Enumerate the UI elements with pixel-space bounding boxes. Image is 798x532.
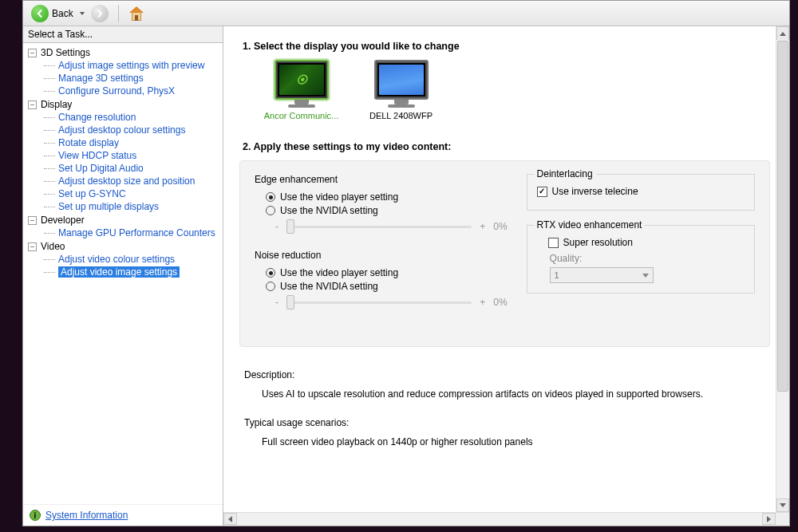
- home-icon: [128, 6, 144, 21]
- quality-label: Quality:: [550, 253, 745, 264]
- radio-icon: [266, 282, 275, 291]
- info-icon: i: [30, 510, 41, 521]
- display-option[interactable]: DELL 2408WFP: [363, 60, 439, 120]
- back-label: Back: [52, 8, 73, 19]
- radio-use-nvidia[interactable]: Use the NVIDIA setting: [266, 281, 508, 292]
- quality-value: 1: [555, 270, 559, 280]
- edge-slider: - + 0%: [275, 221, 508, 232]
- slider-thumb[interactable]: [286, 219, 294, 234]
- forward-button[interactable]: [88, 3, 112, 24]
- chevron-up-icon: [780, 32, 786, 36]
- system-information-link[interactable]: System Information: [45, 510, 128, 521]
- tree-item-selected[interactable]: Adjust video image settings: [42, 266, 221, 278]
- usage-text: Full screen video playback on 1440p or h…: [262, 436, 770, 447]
- task-sidebar: Select a Task... − 3D Settings Adjust im…: [23, 26, 223, 526]
- tree-item[interactable]: Manage 3D settings: [42, 72, 221, 85]
- task-tree[interactable]: − 3D Settings Adjust image settings with…: [23, 43, 223, 504]
- radio-use-player[interactable]: Use the video player setting: [266, 191, 508, 203]
- tree-category[interactable]: − Display: [26, 98, 221, 111]
- display-option[interactable]: ⦿ Ancor Communic...: [263, 60, 339, 120]
- scroll-thumb[interactable]: [777, 41, 788, 392]
- collapse-icon[interactable]: −: [28, 242, 37, 251]
- radio-use-nvidia[interactable]: Use the NVIDIA setting: [266, 205, 508, 216]
- tree-item[interactable]: Adjust desktop colour settings: [42, 124, 221, 136]
- home-button[interactable]: [125, 5, 148, 22]
- radio-icon: [266, 206, 275, 215]
- quality-select[interactable]: 1: [550, 267, 654, 283]
- minus-icon: -: [275, 297, 279, 308]
- sidebar-footer: i System Information: [23, 504, 223, 526]
- settings-panel: Edge enhancement Use the video player se…: [239, 160, 770, 347]
- plus-icon: +: [480, 221, 485, 232]
- checkbox-inverse-telecine[interactable]: Use inverse telecine: [537, 186, 745, 197]
- radio-icon: [266, 268, 275, 278]
- slider-value: 0%: [493, 221, 507, 232]
- tree-item[interactable]: Adjust desktop size and position: [42, 175, 221, 187]
- step2-title: 2. Apply these settings to my video cont…: [243, 141, 770, 152]
- minus-icon: -: [275, 221, 279, 232]
- group-title: Noise reduction: [255, 250, 508, 261]
- plus-icon: +: [480, 297, 485, 308]
- tree-item[interactable]: View HDCP status: [42, 149, 221, 162]
- group-title: Edge enhancement: [255, 174, 508, 185]
- tree-category[interactable]: − 3D Settings: [26, 46, 221, 59]
- control-panel-window: Back Select a Task... −: [22, 0, 790, 526]
- tree-item[interactable]: Manage GPU Performance Counters: [42, 227, 221, 239]
- usage-title: Typical usage scenarios:: [244, 417, 770, 428]
- collapse-icon[interactable]: −: [28, 49, 37, 57]
- chevron-down-icon: [642, 274, 649, 278]
- back-dropdown-icon[interactable]: [80, 12, 85, 15]
- display-label: DELL 2408WFP: [369, 111, 433, 120]
- back-button[interactable]: Back: [28, 3, 77, 24]
- step1-title: 1. Select the display you would like to …: [243, 41, 770, 52]
- edge-enhancement-group: Edge enhancement Use the video player se…: [255, 174, 508, 232]
- slider-thumb[interactable]: [286, 295, 294, 309]
- chevron-right-icon: [767, 516, 771, 522]
- checkbox-icon: [548, 238, 559, 248]
- monitor-icon: [374, 60, 429, 100]
- tree-item[interactable]: Configure Surround, PhysX: [42, 85, 221, 97]
- tree-item[interactable]: Adjust image settings with preview: [42, 59, 221, 72]
- checkbox-super-resolution[interactable]: Super resolution: [548, 237, 745, 248]
- noise-reduction-group: Noise reduction Use the video player set…: [255, 250, 508, 308]
- scroll-up-button[interactable]: [776, 26, 789, 40]
- description-title: Description:: [244, 369, 770, 380]
- description-text: Uses AI to upscale resolution and reduce…: [262, 388, 770, 400]
- content-pane: 1. Select the display you would like to …: [223, 26, 789, 526]
- group-title: Deinterlacing: [534, 168, 596, 179]
- tree-item[interactable]: Set up multiple displays: [42, 200, 221, 213]
- toolbar-separator: [118, 5, 119, 22]
- tree-item[interactable]: Rotate display: [42, 136, 221, 149]
- group-title: RTX video enhancement: [534, 219, 646, 231]
- tree-item[interactable]: Set up G-SYNC: [42, 187, 221, 200]
- tree-category[interactable]: − Video: [26, 240, 221, 253]
- deinterlacing-group: Deinterlacing Use inverse telecine: [527, 174, 755, 211]
- slider-track[interactable]: [286, 301, 472, 304]
- checkbox-icon: [537, 187, 547, 197]
- toolbar: Back: [23, 1, 789, 26]
- slider-track[interactable]: [286, 226, 472, 228]
- display-list: ⦿ Ancor Communic... DELL 2408WFP: [263, 60, 770, 120]
- tree-category[interactable]: − Developer: [26, 214, 221, 227]
- scroll-down-button[interactable]: [776, 499, 789, 512]
- scroll-right-button[interactable]: [762, 513, 776, 525]
- noise-slider: - + 0%: [275, 297, 508, 308]
- display-label: Ancor Communic...: [264, 111, 339, 120]
- scroll-corner: [776, 513, 789, 526]
- collapse-icon[interactable]: −: [28, 216, 37, 225]
- scroll-left-button[interactable]: [223, 513, 237, 525]
- back-icon: [31, 5, 49, 22]
- vertical-scrollbar[interactable]: [776, 26, 789, 512]
- slider-value: 0%: [493, 297, 507, 308]
- monitor-icon: ⦿: [275, 60, 329, 100]
- collapse-icon[interactable]: −: [28, 100, 37, 109]
- tree-item[interactable]: Set Up Digital Audio: [42, 162, 221, 175]
- forward-icon: [91, 5, 109, 22]
- chevron-down-icon: [780, 503, 786, 507]
- sidebar-header: Select a Task...: [23, 26, 223, 43]
- tree-item[interactable]: Change resolution: [42, 111, 221, 124]
- chevron-left-icon: [228, 516, 232, 522]
- tree-item[interactable]: Adjust video colour settings: [42, 253, 221, 266]
- horizontal-scrollbar[interactable]: [223, 512, 789, 526]
- radio-use-player[interactable]: Use the video player setting: [266, 267, 508, 278]
